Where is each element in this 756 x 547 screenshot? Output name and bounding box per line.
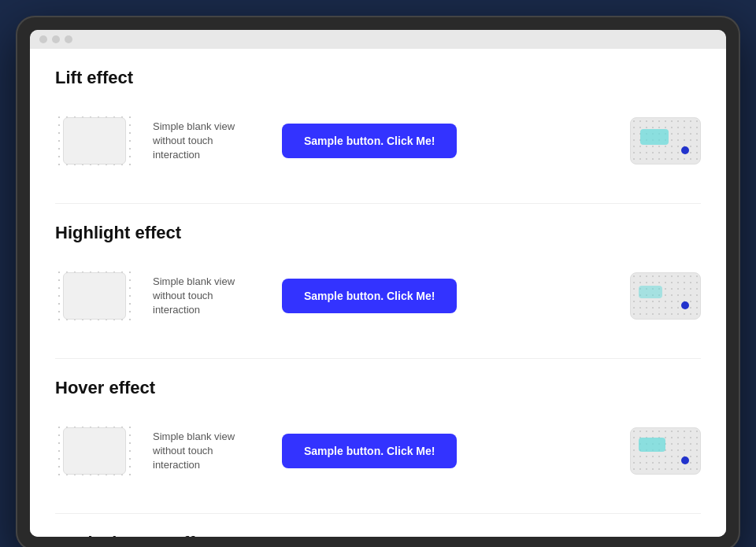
divider-3 <box>55 513 701 514</box>
section-lift: Lift effect Simple blank view without to… <box>55 68 701 178</box>
device-frame: Lift effect Simple blank view without to… <box>16 16 740 547</box>
preview-dot-lift <box>681 146 689 154</box>
blank-view-highlight <box>55 268 134 323</box>
description-hover: Simple blank view without touch interact… <box>153 430 263 473</box>
preview-thumb-highlight <box>630 272 701 320</box>
section-title-highlight: Highlight effect <box>55 223 701 243</box>
device-screen: Lift effect Simple blank view without to… <box>30 30 726 537</box>
preview-dot-hover <box>681 456 689 464</box>
sample-button-highlight[interactable]: Sample button. Click Me! <box>282 279 457 313</box>
section-hover: Hover effect Simple blank view without t… <box>55 378 701 488</box>
divider-1 <box>55 203 701 204</box>
description-lift: Simple blank view without touch interact… <box>153 120 263 163</box>
effect-row-lift: Simple blank view without touch interact… <box>55 104 701 178</box>
top-bar-dot-3 <box>65 35 72 43</box>
blank-view-bg-lift <box>63 117 126 164</box>
top-bar-dot-2 <box>52 35 60 43</box>
section-vertical-beam: Vertical Beam effect Simple blank view w… <box>55 533 701 537</box>
preview-highlight-lift <box>640 129 669 145</box>
preview-thumb-lift <box>630 117 701 164</box>
description-highlight: Simple blank view without touch interact… <box>153 275 263 318</box>
effect-row-highlight: Simple blank view without touch interact… <box>55 259 701 333</box>
section-title-lift: Lift effect <box>55 68 701 88</box>
blank-view-lift <box>55 113 134 168</box>
blank-view-bg-hover <box>63 427 126 475</box>
sample-button-lift[interactable]: Sample button. Click Me! <box>282 124 457 158</box>
section-title-hover: Hover effect <box>55 378 701 398</box>
preview-dot-highlight <box>681 301 689 309</box>
top-bar-dot-1 <box>39 35 47 43</box>
section-highlight: Highlight effect Simple blank view witho… <box>55 223 701 333</box>
preview-highlight-hover <box>639 438 665 452</box>
blank-view-bg-highlight <box>63 272 126 320</box>
section-title-vertical-beam: Vertical Beam effect <box>55 533 701 537</box>
content-area: Lift effect Simple blank view without to… <box>30 49 726 537</box>
blank-view-hover <box>55 423 134 479</box>
effect-row-hover: Simple blank view without touch interact… <box>55 414 701 488</box>
top-bar <box>30 30 726 49</box>
preview-thumb-hover <box>630 427 701 475</box>
sample-button-hover[interactable]: Sample button. Click Me! <box>282 434 457 468</box>
preview-highlight-highlight <box>639 286 662 298</box>
divider-2 <box>55 358 701 359</box>
